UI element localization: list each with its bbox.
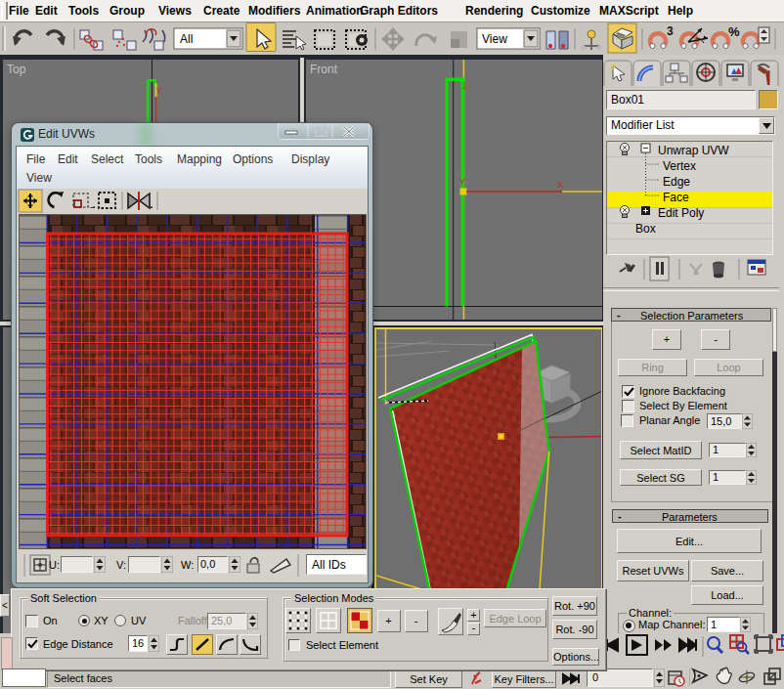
- svg-text:Z: Z: [462, 81, 468, 91]
- svg-text:Y: Y: [459, 177, 465, 187]
- svg-text:X: X: [557, 180, 563, 190]
- svg-text:3: 3: [667, 24, 674, 38]
- svg-text:View: View: [482, 32, 507, 46]
- svg-text:All: All: [180, 32, 193, 46]
- svg-text:%: %: [728, 24, 740, 39]
- svg-text:Y: Y: [156, 86, 162, 96]
